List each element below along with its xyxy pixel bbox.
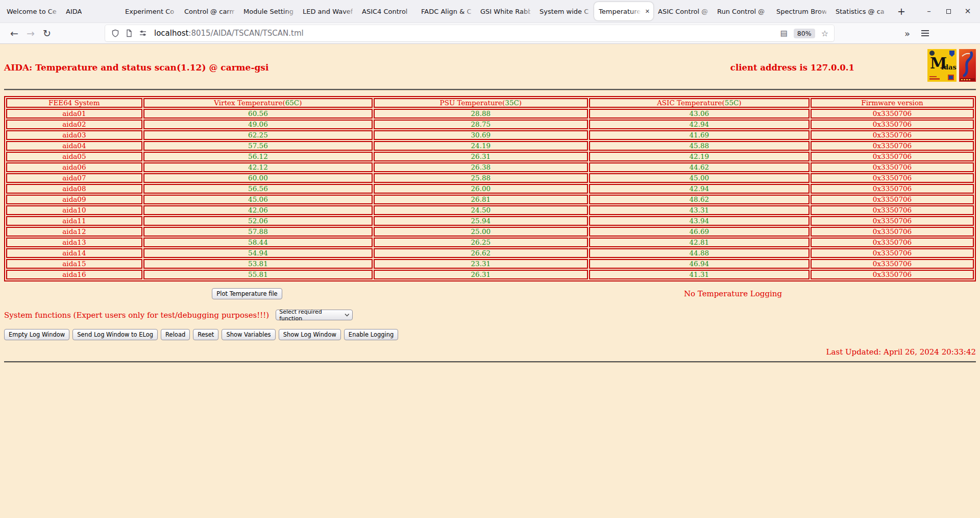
maximize-button[interactable] — [944, 7, 952, 16]
table-row-aida15: aida1553.8123.3146.940x3350706 — [6, 259, 974, 269]
function-select[interactable]: Select required function — [276, 310, 353, 320]
firmware-cell: 0x3350706 — [811, 195, 974, 204]
psu-cell: 28.75 — [374, 120, 588, 129]
chevron-down-icon — [345, 313, 350, 317]
firmware-cell: 0x3350706 — [811, 141, 974, 151]
send-log-window-to-elog-button[interactable]: Send Log Window to ELog — [72, 329, 158, 340]
asic-cell: 44.88 — [589, 248, 810, 258]
virtex-cell: 42.12 — [143, 162, 373, 172]
site-permissions-icon[interactable] — [138, 29, 148, 38]
tab-label: GSI White Rabb — [480, 8, 530, 15]
virtex-cell: 53.81 — [143, 259, 373, 269]
system-cell: aida06 — [6, 162, 142, 172]
reader-view-icon[interactable]: ▤ — [780, 29, 788, 38]
tab-asic-control[interactable]: ASIC Control @ — [653, 2, 713, 20]
temperature-table: FEE64 SystemVirtex Temperature(65C)PSU T… — [4, 96, 976, 281]
swoosh-icon — [959, 49, 976, 82]
tab-spectrum-brow[interactable]: Spectrum Brow — [772, 2, 831, 20]
show-log-window-button[interactable]: Show Log Window — [279, 329, 341, 340]
table-row-aida01: aida0160.5628.8843.060x3350706 — [6, 109, 974, 119]
tab-experiment-co[interactable]: Experiment Co — [120, 2, 180, 20]
tab-label: Temperature — [599, 8, 641, 15]
system-functions-label: System functions (Expert users only for … — [4, 311, 269, 320]
urlbar-right-icons: ▤ 80% ☆ — [780, 29, 828, 38]
asic-cell: 45.88 — [589, 141, 810, 151]
forward-button[interactable]: → — [22, 25, 39, 41]
log-buttons-row: Empty Log WindowSend Log Window to ELogR… — [4, 329, 976, 340]
close-window-button[interactable]: ✕ — [964, 7, 972, 16]
tab-aida[interactable]: AIDA — [61, 2, 120, 20]
bookmark-star-icon[interactable]: ☆ — [821, 29, 828, 38]
system-cell: aida13 — [6, 238, 142, 247]
tab-label: Experiment Co — [125, 8, 174, 15]
tab-led-and-wavef[interactable]: LED and Wavef — [298, 2, 357, 20]
page-icon[interactable] — [125, 29, 134, 38]
table-row-aida10: aida1042.0624.5043.310x3350706 — [6, 205, 974, 215]
tab-run-control[interactable]: Run Control @ — [713, 2, 772, 20]
midas-fineprint — [929, 78, 940, 80]
midas-logo-text: idas — [941, 63, 957, 71]
overflow-chevrons-icon[interactable]: » — [904, 28, 910, 39]
tab-gsi-white-rabb[interactable]: GSI White Rabb — [476, 2, 535, 20]
virtex-cell: 62.25 — [143, 130, 373, 140]
asic-cell: 46.94 — [589, 259, 810, 269]
table-row-aida03: aida0362.2530.6941.690x3350706 — [6, 130, 974, 140]
close-tab-icon[interactable]: ✕ — [645, 8, 650, 15]
firmware-cell: 0x3350706 — [811, 227, 974, 237]
tab-label: Module Setting — [243, 8, 293, 15]
psu-cell: 30.69 — [374, 130, 588, 140]
tab-welcome-to-ce[interactable]: Welcome to Ce — [2, 2, 61, 20]
tab-fadc-align-c[interactable]: FADC Align & C — [416, 2, 476, 20]
system-cell: aida01 — [6, 109, 142, 119]
tab-statistics-ca[interactable]: Statistics @ ca — [831, 2, 890, 20]
shield-icon[interactable] — [111, 29, 120, 38]
table-row-aida06: aida0642.1226.3844.620x3350706 — [6, 162, 974, 172]
secondary-logo[interactable] — [959, 49, 976, 82]
tab-module-setting[interactable]: Module Setting — [239, 2, 298, 20]
minimize-button[interactable]: – — [925, 7, 933, 16]
asic-cell: 42.94 — [589, 120, 810, 129]
enable-logging-button[interactable]: Enable Logging — [344, 329, 398, 340]
tab-control-carm[interactable]: Control @ carm — [180, 2, 239, 20]
reset-button[interactable]: Reset — [193, 329, 218, 340]
firmware-cell: 0x3350706 — [811, 162, 974, 172]
system-functions-row: System functions (Expert users only for … — [4, 310, 976, 320]
page-header: AIDA: Temperature and status scan(1.12) … — [4, 48, 976, 83]
tab-temperature[interactable]: Temperature✕ — [594, 2, 653, 20]
hamburger-menu-button[interactable] — [921, 30, 929, 36]
table-row-aida05: aida0556.1226.3142.190x3350706 — [6, 152, 974, 161]
show-variables-button[interactable]: Show Variables — [222, 329, 275, 340]
reload-button[interactable]: Reload — [161, 329, 190, 340]
virtex-cell: 42.06 — [143, 205, 373, 215]
plot-temperature-file-button[interactable]: Plot Temperature file — [212, 288, 282, 299]
firmware-cell: 0x3350706 — [811, 238, 974, 247]
asic-cell: 41.31 — [589, 270, 810, 279]
asic-cell: 42.81 — [589, 238, 810, 247]
midas-logo[interactable]: M idas — [927, 49, 957, 82]
system-cell: aida03 — [6, 130, 142, 140]
reload-button[interactable]: ↻ — [39, 25, 55, 41]
tab-system-wide-c[interactable]: System wide C — [535, 2, 594, 20]
back-button[interactable]: ← — [6, 25, 22, 41]
system-cell: aida04 — [6, 141, 142, 151]
virtex-cell: 57.88 — [143, 227, 373, 237]
url-host: localhost — [154, 29, 188, 38]
column-header-asic-temperature: ASIC Temperature(55C) — [589, 98, 810, 108]
asic-cell: 43.31 — [589, 205, 810, 215]
zoom-level-chip[interactable]: 80% — [794, 29, 815, 38]
table-row-aida02: aida0249.0628.7542.940x3350706 — [6, 120, 974, 129]
asic-cell: 45.00 — [589, 173, 810, 183]
new-tab-button[interactable]: + — [893, 3, 910, 19]
column-header-virtex-temperature: Virtex Temperature(65C) — [143, 98, 373, 108]
tab-asic4-control[interactable]: ASIC4 Control — [357, 2, 416, 20]
firmware-cell: 0x3350706 — [811, 109, 974, 119]
midas-fineprint — [929, 76, 937, 77]
url-bar[interactable]: localhost:8015/AIDA/TSCAN/TSCAN.tml ▤ 80… — [105, 25, 834, 41]
empty-log-window-button[interactable]: Empty Log Window — [4, 329, 69, 340]
firmware-cell: 0x3350706 — [811, 259, 974, 269]
tab-label: Welcome to Ce — [7, 8, 57, 15]
system-cell: aida11 — [6, 216, 142, 226]
system-cell: aida14 — [6, 248, 142, 258]
system-cell: aida05 — [6, 152, 142, 161]
table-row-aida12: aida1257.8825.0046.690x3350706 — [6, 227, 974, 237]
